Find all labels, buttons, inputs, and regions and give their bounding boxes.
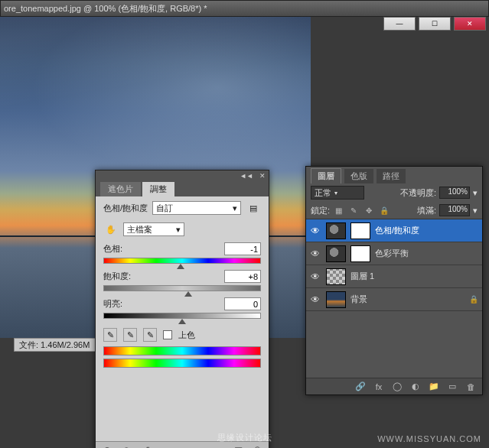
adjustment-icon[interactable]: ◐ [410,381,421,392]
adjustment-thumb-icon [326,222,346,239]
hue-slider[interactable] [103,258,261,264]
close-icon[interactable]: ✕ [259,172,266,180]
new-layer-icon[interactable]: ▭ [447,381,458,392]
fx-icon[interactable]: fx [373,381,384,392]
maximize-button[interactable]: ☐ [419,17,451,31]
lock-label: 鎖定: [311,205,330,216]
mask-icon[interactable]: ◯ [392,381,403,392]
adjustment-type-label: 色相/飽和度 [103,203,148,214]
hue-input[interactable] [224,242,261,255]
tab-adjust[interactable]: 調整 [142,182,174,196]
lock-icon: 🔒 [468,294,479,305]
collapse-icon[interactable]: ◄◄ [240,172,253,180]
layers-footer: 🔗 fx ◯ ◐ 📁 ▭ 🗑 [306,378,482,394]
caret-down-icon: ▾ [233,203,237,213]
channel-value: 主檔案 [127,224,152,235]
document-titlebar: ore_tonemapped.jpg @ 100% (色相/飽和度, RGB/8… [0,0,489,17]
layer-name[interactable]: 背景 [350,294,464,305]
fill-input[interactable]: 100% [439,204,470,216]
eyedropper-add-icon[interactable]: ✎ [123,328,137,342]
close-button[interactable]: ✕ [454,17,486,31]
lightness-slider[interactable] [103,313,261,319]
caret-down-icon: ▾ [176,225,181,235]
window-controls: — ☐ ✕ [383,17,486,31]
lightness-label: 明亮: [103,298,122,310]
mask-thumb[interactable] [350,245,370,262]
caret-down-icon[interactable]: ▾ [473,206,478,216]
layer-thumb[interactable] [326,268,346,285]
caret-down-icon[interactable]: ▾ [473,188,478,198]
colorize-checkbox[interactable] [163,330,172,339]
back-icon[interactable]: ↶ [100,444,112,449]
scrubby-hand-icon[interactable]: ✋ [103,222,119,236]
trash-icon[interactable]: 🗑 [465,381,476,392]
panel-menu-icon[interactable]: ▤ [246,201,261,215]
adjustment-thumb-icon [326,245,346,262]
lock-position-icon[interactable]: ✥ [363,205,374,216]
saturation-input[interactable] [224,270,261,283]
layer-name[interactable]: 色彩平衡 [375,248,479,259]
fill-label: 填滿: [417,205,436,216]
layer-name[interactable]: 圖層 1 [350,271,479,282]
eyedropper-icon[interactable]: ✎ [103,328,117,342]
layer-thumb[interactable] [326,291,346,308]
hue-label: 色相: [103,243,122,255]
reset-icon[interactable]: ↺ [140,444,152,449]
adjust-panel-header[interactable]: ◄◄ ✕ [96,170,269,181]
opacity-label: 不透明度: [400,187,436,199]
layer-row[interactable]: 👁 圖層 1 [306,265,482,288]
eyedropper-sub-icon[interactable]: ✎ [143,328,157,342]
layer-row[interactable]: 👁 色相/飽和度 [306,219,482,242]
layers-panel: 圖層 色版 路徑 正常 ▾ 不透明度: 100% ▾ 鎖定: ▦ ✎ ✥ 🔒 填… [305,166,483,395]
visibility-icon[interactable]: 👁 [309,225,321,237]
hue-range-bar-top [103,346,261,355]
link-icon[interactable]: 🔗 [355,381,366,392]
document-title: ore_tonemapped.jpg @ 100% (色相/飽和度, RGB/8… [4,3,485,15]
saturation-label: 飽和度: [103,271,131,282]
tab-layers[interactable]: 圖層 [311,168,341,183]
hue-range-bar-bottom [103,359,261,368]
channel-select[interactable]: 主檔案 ▾ [123,222,184,236]
lock-pixels-icon[interactable]: ✎ [348,205,359,216]
lightness-input[interactable] [224,297,261,310]
colorize-label: 上色 [178,330,195,341]
preset-value: 自訂 [156,203,173,214]
adjustments-panel: ◄◄ ✕ 遮色片 調整 色相/飽和度 自訂 ▾ ▤ ✋ 主檔案 ▾ [95,170,269,448]
adjust-panel-tabs: 遮色片 調整 [96,181,269,196]
caret-down-icon: ▾ [334,190,337,196]
adjust-body: 色相/飽和度 自訂 ▾ ▤ ✋ 主檔案 ▾ 色相: [96,196,269,372]
mask-thumb[interactable] [350,222,370,239]
layer-row[interactable]: 👁 色彩平衡 [306,242,482,265]
visibility-icon[interactable]: 👁 [309,294,321,306]
visibility-icon[interactable]: 👁 [309,248,321,260]
layer-row[interactable]: 👁 背景 🔒 [306,288,482,311]
lock-transparent-icon[interactable]: ▦ [333,205,344,216]
blend-mode-select[interactable]: 正常 ▾ [311,186,364,200]
tab-mask[interactable]: 遮色片 [100,182,141,196]
watermark-right: WWW.MISSYUAN.COM [377,434,481,443]
opacity-input[interactable]: 100% [439,187,470,199]
clip-icon[interactable]: ◧ [232,444,244,449]
visibility-icon[interactable]: 👁 [309,271,321,283]
lock-all-icon[interactable]: 🔒 [379,205,390,216]
layers-tabs: 圖層 色版 路徑 [306,167,482,183]
view-icon[interactable]: ◉ [120,444,132,449]
layer-name[interactable]: 色相/飽和度 [375,225,479,236]
preset-select[interactable]: 自訂 ▾ [152,201,241,215]
layer-list: 👁 色相/飽和度 👁 色彩平衡 👁 圖層 1 👁 背景 🔒 [306,219,482,311]
trash-icon[interactable]: 🗑 [252,444,264,449]
tab-paths[interactable]: 路徑 [377,169,406,183]
folder-icon[interactable]: 📁 [429,381,439,392]
blend-mode-value: 正常 [315,187,331,199]
minimize-button[interactable]: — [383,17,416,31]
tab-channels[interactable]: 色版 [344,169,373,183]
saturation-slider[interactable] [103,285,261,291]
document-area: — ☐ ✕ 文件: 1.46M/2.96M ◄◄ ✕ 遮色片 調整 色相/飽和度… [0,17,489,448]
